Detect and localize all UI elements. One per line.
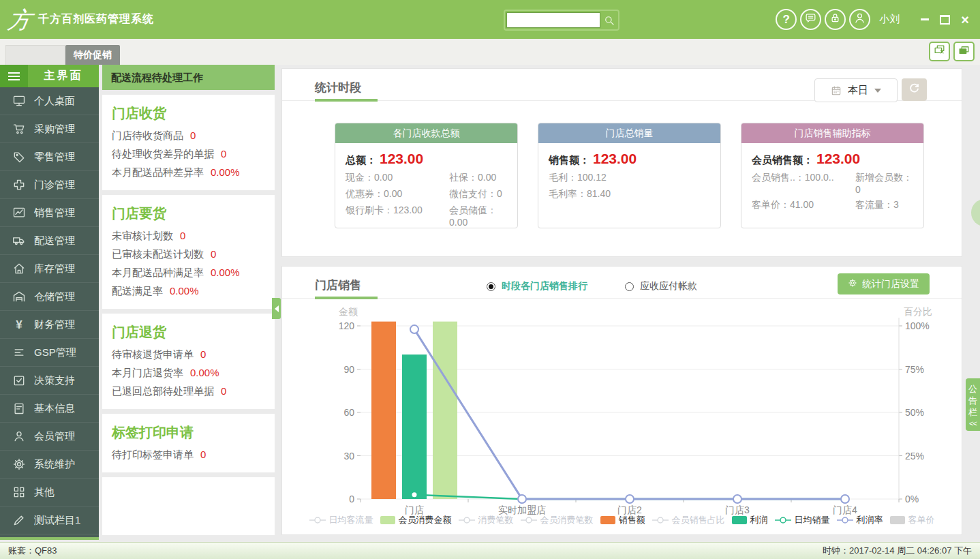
stat-detail: 会员销售..：100.0..: [752, 172, 855, 195]
sidebar-item-采购管理[interactable]: 采购管理: [0, 115, 99, 143]
close-button[interactable]: ×: [961, 13, 969, 27]
todo-item-value: 0: [180, 230, 185, 241]
stat-card-header: 门店销售辅助指标: [741, 123, 923, 143]
todo-item-label: 门店待收货商品: [112, 130, 183, 141]
todo-item-value: 0: [221, 385, 226, 397]
legend-swatch-icon: [732, 516, 747, 524]
divider: [282, 298, 962, 299]
sidebar-item-零售管理[interactable]: 零售管理: [0, 143, 99, 171]
legend-label: 会员销售占比: [672, 514, 725, 526]
arrange-windows-button[interactable]: [953, 42, 975, 61]
sidebar: 主界面 个人桌面采购管理零售管理门诊管理销售管理配送管理库存管理仓储管理¥财务管…: [0, 65, 99, 540]
sidebar-item-销售管理[interactable]: 销售管理: [0, 199, 99, 227]
svg-text:120: 120: [339, 320, 355, 331]
todo-item-value: 0.00%: [211, 166, 240, 178]
sidebar-item-财务管理[interactable]: ¥财务管理: [0, 311, 99, 339]
sidebar-item-label: 会员管理: [34, 430, 75, 443]
sidebar-item-决策支持[interactable]: 决策支持: [0, 367, 99, 395]
sidebar-item-门诊管理[interactable]: 门诊管理: [0, 171, 99, 199]
hamburger-menu-button[interactable]: [0, 65, 28, 87]
todo-item: 本月配送品种差异率0.00%: [112, 164, 265, 182]
stat-detail: 优惠券：0.00: [346, 188, 449, 200]
todo-item-value: 0: [221, 148, 226, 160]
application-window: 方 千方百剂医药管理系统 ? 小刘 × 特价促销: [0, 0, 980, 559]
sidebar-item-配送管理[interactable]: 配送管理: [0, 227, 99, 255]
tab-active[interactable]: 特价促销: [65, 45, 120, 65]
tag-icon: [12, 149, 27, 164]
sidebar-item-label: 测试栏目1: [34, 514, 80, 527]
todo-item-value: 0.00%: [170, 285, 199, 297]
close-all-tabs-button[interactable]: [929, 42, 950, 61]
todo-section-title: 门店退货: [112, 323, 265, 342]
sidebar-item-会员管理[interactable]: 会员管理: [0, 423, 99, 451]
sales-view-radios: 时段各门店销售排行应收应付帐款: [487, 280, 697, 292]
todo-section: 标签打印申请待打印标签申请单0: [102, 414, 275, 472]
todo-item: 未审核计划数0: [112, 227, 265, 245]
logo-glyph: 方: [6, 8, 33, 31]
legend-item-利润率[interactable]: 利润率: [837, 514, 883, 526]
todo-item: 待处理收货差异的单据0: [112, 145, 265, 164]
store-settings-button[interactable]: 统计门店设置: [838, 273, 930, 294]
sidebar-item-其他[interactable]: 其他: [0, 479, 99, 507]
store-settings-label: 统计门店设置: [862, 278, 919, 290]
message-button[interactable]: [800, 9, 821, 30]
floating-widget[interactable]: [971, 199, 980, 226]
legend-item-会员销售占比[interactable]: 会员销售占比: [652, 514, 725, 526]
legend-item-销售额[interactable]: 销售额: [600, 514, 645, 526]
message-icon: [804, 12, 817, 27]
lock-button[interactable]: [825, 9, 846, 30]
todo-item-value: 0: [200, 449, 206, 460]
primary-label: 销售额：: [549, 154, 589, 167]
help-button[interactable]: ?: [776, 9, 797, 30]
radio-应收应付帐款[interactable]: 应收应付帐款: [625, 280, 697, 292]
title-underline: [315, 99, 378, 102]
gear-icon: [12, 457, 27, 472]
legend-item-客单价[interactable]: 客单价: [890, 514, 935, 526]
sidebar-item-基本信息[interactable]: 基本信息: [0, 395, 99, 423]
sidebar-item-测试栏目1[interactable]: 测试栏目1: [0, 507, 99, 534]
legend-line-icon: [309, 516, 326, 524]
search-icon[interactable]: [603, 14, 615, 27]
todo-item-value: 0: [211, 248, 216, 260]
maximize-button[interactable]: [940, 15, 950, 25]
legend-line-icon: [837, 516, 853, 524]
legend-label: 利润率: [857, 514, 883, 526]
period-selector[interactable]: 本日: [814, 78, 898, 102]
stat-detail: 现金：0.00: [346, 172, 449, 184]
tab-blank[interactable]: [5, 45, 65, 65]
announcement-tab[interactable]: 公告栏 <<: [966, 378, 980, 431]
legend-item-消费笔数[interactable]: 消费笔数: [459, 514, 514, 526]
todo-sections: 门店收货门店待收货商品0待处理收货差异的单据0本月配送品种差异率0.00%门店要…: [102, 95, 275, 535]
legend-item-会员消费金额[interactable]: 会员消费金额: [380, 514, 452, 526]
gear-icon: [848, 278, 857, 290]
svg-text:100%: 100%: [905, 320, 930, 331]
user-icon: [12, 429, 27, 444]
refresh-button[interactable]: [902, 78, 927, 101]
sidebar-item-GSP管理[interactable]: GSP管理: [0, 339, 99, 367]
legend-item-会员消费笔数[interactable]: 会员消费笔数: [521, 514, 594, 526]
svg-text:百分比: 百分比: [904, 306, 932, 317]
legend-item-利润[interactable]: 利润: [732, 514, 768, 526]
tabbar-actions: [929, 42, 975, 61]
minimize-button[interactable]: [921, 18, 929, 20]
sidebar-item-仓储管理[interactable]: 仓储管理: [0, 283, 99, 311]
todo-item-label: 待打印标签申请单: [112, 449, 194, 460]
legend-item-日均客流量[interactable]: 日均客流量: [309, 514, 373, 526]
radio-时段各门店销售排行[interactable]: 时段各门店销售排行: [487, 280, 587, 292]
legend-item-日均销量[interactable]: 日均销量: [775, 514, 830, 526]
announcement-text: 公告栏: [966, 383, 980, 418]
todo-item: 待审核退货申请单0: [112, 346, 265, 364]
sidebar-item-库存管理[interactable]: 库存管理: [0, 255, 99, 283]
legend-label: 客单价: [908, 514, 935, 526]
user-button[interactable]: [849, 9, 870, 30]
sidebar-menu: 个人桌面采购管理零售管理门诊管理销售管理配送管理库存管理仓储管理¥财务管理GSP…: [0, 87, 99, 534]
stat-detail: 社保：0.00: [449, 172, 507, 184]
sidebar-item-系统维护[interactable]: 系统维护: [0, 451, 99, 479]
primary-label: 会员销售额：: [752, 154, 813, 167]
svg-text:90: 90: [343, 364, 354, 375]
sidebar-item-个人桌面[interactable]: 个人桌面: [0, 87, 99, 115]
search-input[interactable]: [506, 12, 600, 28]
radio-circle-icon: [487, 282, 495, 291]
line-chart-icon: [12, 205, 27, 220]
collapse-panel-button[interactable]: [272, 298, 281, 319]
